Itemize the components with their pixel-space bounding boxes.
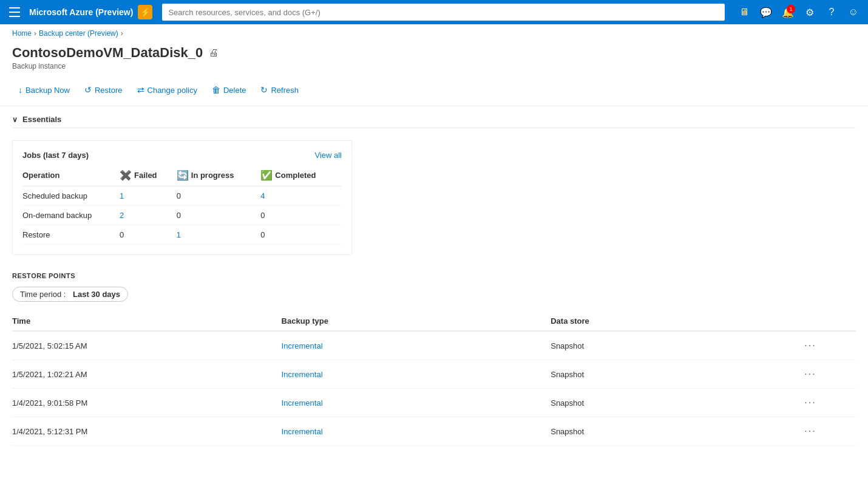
search-input[interactable] (162, 4, 725, 21)
backup-now-button[interactable]: ↓ Backup Now (12, 81, 76, 98)
filter-value: Last 30 days (73, 290, 120, 299)
restore-table-row: 1/5/2021, 1:02:21 AM Incremental Snapsho… (12, 360, 856, 389)
app-title: Microsoft Azure (Preview) (29, 7, 133, 17)
job-failed: 0 (120, 225, 177, 245)
job-operation: On-demand backup (22, 206, 120, 225)
restore-points-title: RESTORE POINTS (12, 272, 856, 279)
inprogress-icon: 🔄 (177, 169, 189, 181)
essentials-label: Essentials (22, 115, 61, 124)
col-operation: Operation (22, 167, 120, 186)
notifications-icon[interactable]: 🔔 1 (778, 2, 798, 22)
failed-count-link[interactable]: 2 (120, 211, 124, 220)
job-failed: 1 (120, 186, 177, 206)
cloud-shell-icon[interactable]: 🖥 (734, 2, 754, 22)
restore-actions: ··· (802, 417, 856, 446)
breadcrumb: Home › Backup center (Preview) › (0, 24, 868, 43)
essentials-header[interactable]: ∨ Essentials (12, 111, 856, 128)
restore-backup-type[interactable]: Incremental (282, 360, 551, 389)
job-completed: 0 (260, 206, 342, 225)
job-inprogress: 0 (177, 186, 261, 206)
topbar: Microsoft Azure (Preview) ⚡ 🖥 💬 🔔 1 ⚙ ? … (0, 0, 868, 24)
row-ellipsis-button[interactable]: ··· (802, 425, 818, 438)
job-failed: 2 (120, 206, 177, 225)
col-inprogress: 🔄 In progress (177, 167, 261, 186)
row-ellipsis-button[interactable]: ··· (802, 396, 818, 409)
time-period-filter[interactable]: Time period : Last 30 days (12, 287, 128, 302)
refresh-button[interactable]: ↻ Refresh (254, 81, 305, 98)
restore-time: 1/4/2021, 9:01:58 PM (12, 389, 282, 417)
jobs-table-row: On-demand backup 2 0 0 (22, 206, 342, 225)
feedback-icon[interactable]: 💬 (756, 2, 776, 22)
breadcrumb-sep1: › (34, 29, 36, 38)
row-ellipsis-button[interactable]: ··· (802, 339, 818, 352)
col-completed: ✅ Completed (260, 167, 342, 186)
job-operation: Scheduled backup (22, 186, 120, 206)
lightning-icon: ⚡ (138, 5, 152, 19)
completed-count-link[interactable]: 4 (260, 191, 265, 200)
breadcrumb-parent[interactable]: Backup center (Preview) (39, 29, 118, 38)
restore-backup-type[interactable]: Incremental (282, 417, 551, 446)
breadcrumb-sep2: › (121, 29, 123, 38)
jobs-card-header: Jobs (last 7 days) View all (22, 151, 342, 160)
col-time: Time (12, 312, 282, 331)
backup-now-icon: ↓ (18, 85, 22, 95)
change-policy-icon: ⇄ (137, 85, 144, 95)
main-content: Home › Backup center (Preview) › Contoso… (0, 24, 868, 478)
restore-data-store: Snapshot (551, 360, 802, 389)
jobs-table: Operation ✖️ Failed 🔄 In progress (22, 167, 342, 245)
restore-button[interactable]: ↺ Restore (78, 81, 129, 98)
essentials-chevron: ∨ (12, 115, 18, 124)
restore-table-row: 1/5/2021, 5:02:15 AM Incremental Snapsho… (12, 331, 856, 360)
notification-badge: 1 (787, 5, 795, 13)
job-completed: 0 (260, 225, 342, 245)
restore-actions: ··· (802, 331, 856, 360)
filter-label: Time period : (20, 290, 66, 299)
job-completed: 4 (260, 186, 342, 206)
failed-count-link[interactable]: 1 (120, 191, 124, 200)
account-icon[interactable]: ☺ (844, 2, 863, 22)
change-policy-button[interactable]: ⇄ Change policy (131, 81, 203, 98)
topbar-icons: 🖥 💬 🔔 1 ⚙ ? ☺ (734, 2, 863, 22)
job-inprogress: 0 (177, 206, 261, 225)
restore-time: 1/4/2021, 5:12:31 PM (12, 417, 282, 446)
delete-icon: 🗑 (212, 85, 220, 95)
print-icon[interactable]: 🖨 (209, 47, 219, 58)
restore-time: 1/5/2021, 1:02:21 AM (12, 360, 282, 389)
col-backup-type: Backup type (282, 312, 551, 331)
row-ellipsis-button[interactable]: ··· (802, 367, 818, 381)
refresh-icon: ↻ (260, 85, 268, 95)
restore-points-table: Time Backup type Data store 1/5/2021, 5:… (12, 312, 856, 446)
col-actions (802, 312, 856, 331)
jobs-table-row: Restore 0 1 0 (22, 225, 342, 245)
restore-backup-type[interactable]: Incremental (282, 331, 551, 360)
restore-points-section: RESTORE POINTS Time period : Last 30 day… (0, 262, 868, 451)
restore-actions: ··· (802, 389, 856, 417)
restore-time: 1/5/2021, 5:02:15 AM (12, 331, 282, 360)
jobs-table-row: Scheduled backup 1 0 4 (22, 186, 342, 206)
job-inprogress: 1 (177, 225, 261, 245)
toolbar: ↓ Backup Now ↺ Restore ⇄ Change policy 🗑… (0, 78, 868, 106)
restore-data-store: Snapshot (551, 389, 802, 417)
page-title: ContosoDemoVM_DataDisk_0 (12, 45, 203, 61)
jobs-title: Jobs (last 7 days) (22, 151, 89, 160)
completed-icon: ✅ (260, 169, 273, 181)
inprogress-count-link[interactable]: 1 (177, 230, 181, 239)
restore-data-store: Snapshot (551, 331, 802, 360)
restore-backup-type[interactable]: Incremental (282, 389, 551, 417)
essentials-section: ∨ Essentials (0, 106, 868, 133)
settings-icon[interactable]: ⚙ (800, 2, 819, 22)
col-failed: ✖️ Failed (120, 167, 177, 186)
view-all-link[interactable]: View all (314, 151, 342, 160)
restore-icon: ↺ (84, 85, 92, 95)
col-data-store: Data store (551, 312, 802, 331)
failed-icon: ✖️ (120, 169, 132, 181)
jobs-card: Jobs (last 7 days) View all Operation ✖️… (12, 140, 352, 255)
delete-button[interactable]: 🗑 Delete (206, 81, 253, 98)
hamburger-menu[interactable] (5, 2, 24, 22)
page-header: ContosoDemoVM_DataDisk_0 🖨 Backup instan… (0, 43, 868, 78)
restore-data-store: Snapshot (551, 417, 802, 446)
restore-table-row: 1/4/2021, 9:01:58 PM Incremental Snapsho… (12, 389, 856, 417)
breadcrumb-home[interactable]: Home (12, 29, 32, 38)
help-icon[interactable]: ? (822, 2, 841, 22)
restore-actions: ··· (802, 360, 856, 389)
